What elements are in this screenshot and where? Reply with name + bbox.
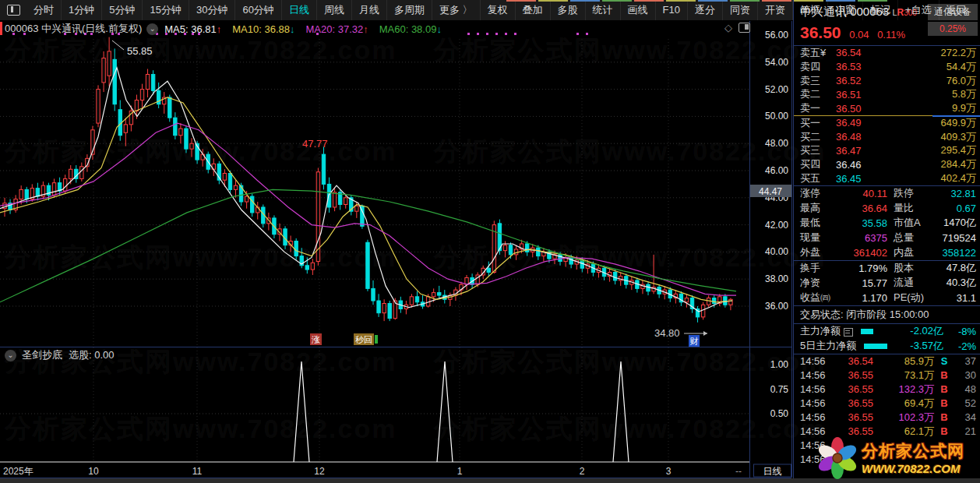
candle-body bbox=[509, 245, 512, 255]
menu-item-多周期[interactable]: 多周期 bbox=[386, 0, 432, 20]
tick-volume: 73.1万 bbox=[873, 368, 934, 383]
list-icon[interactable] bbox=[844, 328, 853, 337]
menu-item-画线[interactable]: 画线 bbox=[620, 0, 655, 20]
menu-item-小窗[interactable]: 小窗 bbox=[827, 0, 862, 20]
book-row[interactable]: 卖三36.5276.0万 bbox=[794, 74, 980, 88]
book-row[interactable]: 买四36.46284.4万 bbox=[794, 157, 980, 171]
flow-label: 主力净额 bbox=[800, 324, 841, 338]
menu-item-分时[interactable]: 分时 bbox=[26, 0, 61, 20]
book-row[interactable]: 买二36.48409.3万 bbox=[794, 130, 980, 144]
candle-body bbox=[234, 185, 237, 189]
book-row[interactable]: 买五36.45402.4万 bbox=[794, 171, 980, 185]
stats-row: 收益㈣1.170PE(动)31.1 bbox=[794, 291, 980, 305]
menu-item-标记[interactable]: 标记 bbox=[862, 0, 897, 20]
capital-flow-row: 主力净额-2.02亿-8% bbox=[794, 324, 980, 339]
book-row[interactable]: 买一36.49649.9万 bbox=[794, 116, 980, 130]
candle-body bbox=[102, 58, 105, 83]
tick-volume: 102.3万 bbox=[873, 411, 934, 425]
menu-item-周线[interactable]: 周线 bbox=[316, 0, 351, 20]
flow-label: 5日主力净额 bbox=[800, 339, 856, 353]
stats-row: 净资15.77流通40.3亿 bbox=[794, 276, 980, 291]
window-toggle-icon[interactable] bbox=[7, 5, 20, 16]
menu-item-月线[interactable]: 月线 bbox=[351, 0, 386, 20]
stat-label: 总量 bbox=[894, 231, 934, 245]
flower-icon bbox=[816, 434, 858, 481]
candle-body bbox=[685, 298, 688, 302]
candle-body bbox=[135, 100, 138, 111]
menu-item-30分钟[interactable]: 30分钟 bbox=[189, 0, 234, 20]
panel-split-icon[interactable] bbox=[739, 23, 750, 33]
stat-value: 358122 bbox=[934, 247, 976, 259]
book-volume: 5.8万 bbox=[881, 87, 976, 101]
tick-count: 34 bbox=[954, 411, 976, 423]
indicator-spike bbox=[294, 361, 309, 462]
book-row[interactable]: 买三36.47295.4万 bbox=[794, 144, 980, 158]
menu-item-叠加[interactable]: 叠加 bbox=[515, 0, 550, 20]
menu-item-多股[interactable]: 多股 bbox=[550, 0, 585, 20]
candle-body bbox=[713, 298, 716, 304]
stat-value: 1470亿 bbox=[934, 216, 976, 230]
book-label: 买二 bbox=[800, 130, 836, 144]
menu-item-复权[interactable]: 复权 bbox=[480, 0, 515, 20]
stat-label: 市值A bbox=[894, 216, 934, 230]
candle-body bbox=[179, 129, 182, 136]
menu-item-统计[interactable]: 统计 bbox=[585, 0, 620, 20]
indicator-spike bbox=[613, 361, 629, 462]
sub-indicator-header: ⌄ 圣剑抄底 选股: 0.00 bbox=[5, 348, 115, 362]
stat-label: 内盘 bbox=[894, 245, 934, 259]
sector-change-badge: 0.25% bbox=[928, 22, 978, 36]
book-price: 36.53 bbox=[836, 61, 881, 72]
menu-item-60分钟[interactable]: 60分钟 bbox=[234, 0, 280, 20]
tick-time: 14:56 bbox=[800, 383, 833, 395]
candle-body bbox=[382, 304, 386, 313]
candle-body bbox=[174, 118, 177, 136]
menu-item-同资[interactable]: 同资 bbox=[722, 0, 757, 20]
book-label: 买五 bbox=[800, 171, 836, 185]
chevron-down-icon[interactable]: ⌄ bbox=[5, 350, 16, 361]
stat-value: 40.11 bbox=[836, 188, 887, 199]
stats-row: 最高36.64量比0.67 bbox=[794, 201, 980, 216]
menu-item-1分钟[interactable]: 1分钟 bbox=[61, 0, 101, 20]
ma-value: MA5: 36.81 bbox=[164, 23, 217, 35]
tick-row: 14:5636.5573.1万B30 bbox=[794, 368, 980, 383]
logo-url[interactable]: WWW.70822.COM bbox=[862, 462, 964, 475]
x-axis-label: 1 bbox=[457, 466, 463, 477]
menu-item-简框[interactable]: 简框 bbox=[792, 0, 827, 20]
book-label: 买四 bbox=[800, 157, 836, 171]
flow-pct: -8% bbox=[943, 326, 976, 337]
candle-body bbox=[613, 273, 616, 280]
stat-label: 净资 bbox=[800, 276, 836, 290]
book-row[interactable]: 卖五¥36.54272.2万 bbox=[794, 46, 980, 60]
book-row[interactable]: 卖二36.515.8万 bbox=[794, 87, 980, 101]
strip-segment bbox=[506, 0, 536, 2]
strip-segment bbox=[730, 0, 760, 2]
stats-row: 涨停40.11跌停32.81 bbox=[794, 186, 980, 201]
candle-body bbox=[185, 129, 188, 149]
x-axis-label: 2 bbox=[580, 466, 585, 477]
indicator-value: 选股: 0.00 bbox=[69, 348, 115, 362]
menu-item-15分钟[interactable]: 15分钟 bbox=[142, 0, 188, 20]
stat-label: 最低 bbox=[800, 216, 836, 230]
menu-item-5分钟[interactable]: 5分钟 bbox=[101, 0, 142, 20]
menu-item-更多 〉[interactable]: 更多 〉 bbox=[432, 0, 480, 20]
candlestick-chart[interactable]: 56.0054.0052.0050.0048.0046.0044.0042.00… bbox=[0, 0, 793, 483]
stat-label: 换手 bbox=[800, 261, 836, 275]
x-axis-label: 2025年 bbox=[3, 466, 33, 477]
tick-row: 14:5636.55102.3万B34 bbox=[794, 411, 980, 425]
chevron-down-icon[interactable]: ⌄ bbox=[146, 23, 158, 35]
menu-item-逐分[interactable]: 逐分 bbox=[687, 0, 722, 20]
book-row[interactable]: 卖一36.509.9万 bbox=[794, 101, 980, 115]
diamond-icon[interactable]: ◇ bbox=[724, 22, 732, 33]
trend-arrow-icon: ↑ bbox=[217, 23, 222, 35]
menu-item-F10[interactable]: F10 bbox=[655, 0, 687, 20]
menu-item-返回[interactable]: 返回 bbox=[939, 0, 974, 20]
candle-body bbox=[388, 304, 391, 319]
candle-body bbox=[432, 293, 435, 297]
peak-price-label: 55.85 bbox=[127, 45, 153, 57]
book-row[interactable]: 卖四36.5354.4万 bbox=[794, 60, 980, 74]
menu-item-日线[interactable]: 日线 bbox=[281, 0, 316, 20]
menu-item-+自选[interactable]: +自选 bbox=[897, 0, 939, 20]
tick-price: 36.55 bbox=[833, 397, 873, 409]
y-axis-label: 42.00 bbox=[765, 220, 788, 231]
menu-item-开资[interactable]: 开资 bbox=[757, 0, 792, 20]
